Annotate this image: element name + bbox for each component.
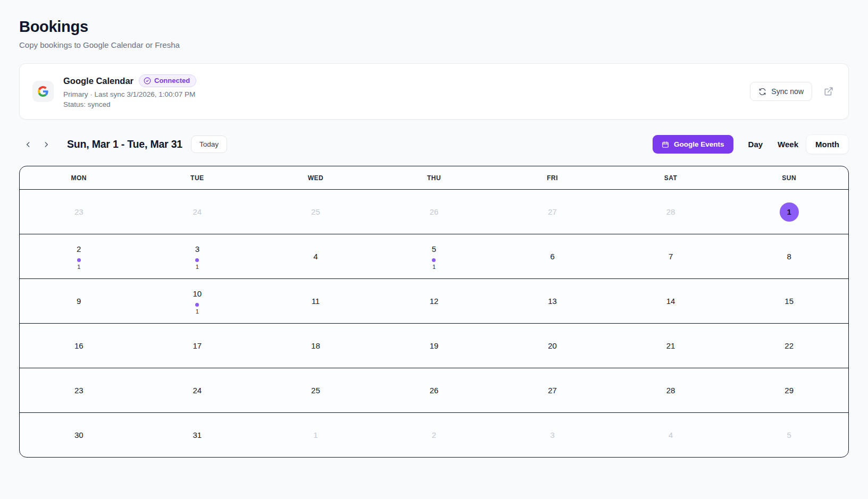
- day-number: 12: [428, 295, 440, 307]
- day-cell-12[interactable]: 12: [375, 279, 494, 323]
- day-number: 5: [783, 429, 795, 441]
- day-number: 3: [191, 243, 203, 255]
- day-cell-9[interactable]: 9: [20, 279, 138, 323]
- day-number: 4: [310, 251, 321, 263]
- day-cell-20[interactable]: 20: [493, 324, 612, 368]
- day-number: 18: [310, 340, 321, 352]
- day-cell-4-outside[interactable]: 4: [612, 413, 730, 457]
- day-number: 22: [783, 340, 795, 352]
- day-cell-11[interactable]: 11: [256, 279, 375, 323]
- day-cell-26[interactable]: 26: [375, 368, 494, 412]
- day-cell-22[interactable]: 22: [730, 324, 848, 368]
- day-cell-15[interactable]: 15: [730, 279, 848, 323]
- day-number: 27: [547, 206, 558, 218]
- view-button-day[interactable]: Day: [741, 135, 771, 154]
- day-cell-21[interactable]: 21: [612, 324, 730, 368]
- event-count: 1: [432, 264, 436, 270]
- day-number: 24: [191, 385, 203, 396]
- calendar-toolbar: Sun, Mar 1 - Tue, Mar 31 Today Google Ev…: [19, 134, 849, 154]
- previous-period-button[interactable]: [19, 138, 37, 151]
- calendar-week-row: 2324252627281: [20, 190, 848, 234]
- day-number: 27: [547, 385, 558, 396]
- day-cell-17[interactable]: 17: [138, 324, 257, 368]
- day-cell-25-outside[interactable]: 25: [256, 190, 375, 234]
- day-number: 7: [665, 251, 677, 263]
- calendar-body: 2324252627281213145167891011112131415161…: [20, 190, 848, 457]
- google-calendar-card: Google Calendar Connected Primary · Last…: [19, 63, 849, 120]
- day-cell-26-outside[interactable]: 26: [375, 190, 494, 234]
- event-count: 1: [196, 264, 199, 270]
- view-button-week[interactable]: Week: [770, 135, 806, 154]
- day-cell-1-outside[interactable]: 1: [256, 413, 375, 457]
- day-cell-14[interactable]: 14: [612, 279, 730, 323]
- day-number: 17: [191, 340, 203, 352]
- day-cell-4[interactable]: 4: [256, 234, 375, 278]
- google-events-button[interactable]: Google Events: [653, 135, 733, 154]
- day-number: 19: [428, 340, 440, 352]
- day-number: 4: [665, 429, 677, 441]
- day-cell-23[interactable]: 23: [20, 368, 138, 412]
- day-cell-3[interactable]: 31: [138, 234, 257, 278]
- page-title: Bookings: [19, 18, 849, 36]
- view-button-month[interactable]: Month: [806, 134, 849, 154]
- day-number: 8: [783, 251, 795, 263]
- day-number: 23: [73, 385, 85, 396]
- day-number: 28: [665, 385, 677, 396]
- day-cell-27[interactable]: 27: [493, 368, 612, 412]
- next-period-button[interactable]: [37, 138, 55, 151]
- date-range-label: Sun, Mar 1 - Tue, Mar 31: [67, 138, 182, 150]
- day-cell-28-outside[interactable]: 28: [612, 190, 730, 234]
- day-cell-2[interactable]: 21: [20, 234, 138, 278]
- day-cell-8[interactable]: 8: [730, 234, 848, 278]
- weekday-header-thu: THU: [375, 166, 494, 189]
- day-cell-13[interactable]: 13: [493, 279, 612, 323]
- day-number: 31: [191, 429, 203, 441]
- day-cell-27-outside[interactable]: 27: [493, 190, 612, 234]
- day-cell-10[interactable]: 101: [138, 279, 257, 323]
- day-cell-7[interactable]: 7: [612, 234, 730, 278]
- open-external-button[interactable]: [822, 84, 836, 98]
- day-number: 15: [783, 295, 795, 307]
- day-cell-2-outside[interactable]: 2: [375, 413, 494, 457]
- day-cell-18[interactable]: 18: [256, 324, 375, 368]
- weekday-header-row: MONTUEWEDTHUFRISATSUN: [20, 166, 848, 190]
- day-cell-24-outside[interactable]: 24: [138, 190, 257, 234]
- day-cell-30[interactable]: 30: [20, 413, 138, 457]
- sync-now-button[interactable]: Sync now: [750, 82, 812, 101]
- day-cell-5[interactable]: 51: [375, 234, 494, 278]
- google-events-label: Google Events: [674, 140, 724, 148]
- day-cell-19[interactable]: 19: [375, 324, 494, 368]
- day-cell-6[interactable]: 6: [493, 234, 612, 278]
- external-link-icon: [824, 87, 833, 96]
- day-cell-28[interactable]: 28: [612, 368, 730, 412]
- day-cell-31[interactable]: 31: [138, 413, 257, 457]
- day-number: 11: [310, 295, 321, 307]
- day-number: 25: [310, 206, 321, 218]
- day-cell-5-outside[interactable]: 5: [730, 413, 848, 457]
- today-button[interactable]: Today: [191, 136, 227, 153]
- check-circle-icon: [144, 77, 151, 84]
- day-number: 2: [428, 429, 440, 441]
- day-cell-25[interactable]: 25: [256, 368, 375, 412]
- day-number: 20: [547, 340, 558, 352]
- sync-status: Status: synced: [63, 100, 740, 108]
- day-cell-3-outside[interactable]: 3: [493, 413, 612, 457]
- day-number: 10: [191, 288, 203, 300]
- day-cell-23-outside[interactable]: 23: [20, 190, 138, 234]
- day-cell-24[interactable]: 24: [138, 368, 257, 412]
- card-actions: Sync now: [750, 82, 836, 101]
- day-number: 1: [310, 429, 321, 441]
- integration-info: Google Calendar Connected Primary · Last…: [63, 74, 740, 108]
- weekday-header-mon: MON: [20, 166, 138, 189]
- today-day-number: 1: [780, 202, 799, 222]
- day-cell-16[interactable]: 16: [20, 324, 138, 368]
- calendar-icon: [662, 141, 669, 148]
- sync-meta: Primary · Last sync 3/1/2026, 1:00:07 PM: [63, 90, 740, 98]
- day-cell-29[interactable]: 29: [730, 368, 848, 412]
- day-number: 3: [547, 429, 558, 441]
- calendar-week-row: 2131451678: [20, 234, 848, 279]
- google-logo-icon: [32, 81, 54, 102]
- calendar-week-row: 303112345: [20, 413, 848, 457]
- day-cell-1[interactable]: 1: [730, 190, 848, 234]
- day-number: 14: [665, 295, 677, 307]
